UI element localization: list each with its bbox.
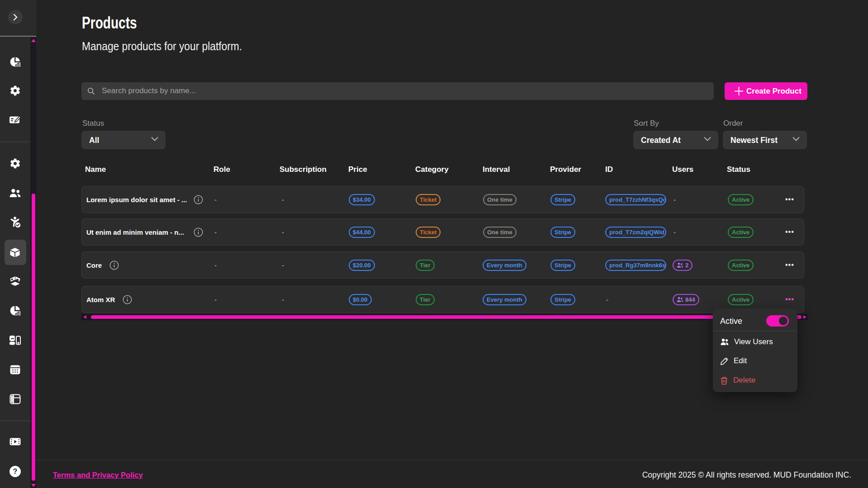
svg-text:?: ? (13, 468, 18, 475)
